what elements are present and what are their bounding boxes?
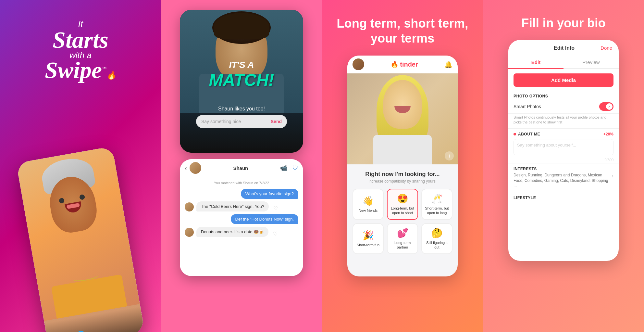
sender-avatar [185, 202, 194, 211]
phone-mockup-1: Nia 23 ✓ [16, 146, 145, 332]
table-row: Donuts and beer. It's a date 🍩🍺 ♡ [185, 227, 298, 237]
short-term-fun-emoji: 🎉 [363, 230, 374, 241]
its-a-text: IT'S A [196, 60, 287, 70]
interests-label: INTERESTS [514, 167, 613, 171]
option-long-term-short[interactable]: 😍 Long-term, but open to short [387, 189, 418, 220]
profile-photo-area: RED CAFE i [347, 73, 458, 164]
bell-icon[interactable]: 🔔 [444, 60, 452, 68]
done-button[interactable]: Done [601, 45, 612, 51]
short-term-fun-label: Short-term fun [357, 243, 379, 247]
smart-photos-description: Smart Photos continuously tests all your… [508, 114, 619, 129]
logo-swipe: Swipe™🔥 [45, 60, 116, 81]
logo-starts: Starts [45, 30, 116, 51]
match-placeholder: Say something nice [201, 119, 241, 124]
toggle-knob: ✓ [606, 103, 613, 110]
chat-avatar [190, 162, 201, 174]
interests-row[interactable]: INTERESTS Design, Running, Dungeons and … [508, 163, 619, 192]
about-me-dot [514, 133, 516, 135]
long-term-partner-emoji: 💕 [397, 228, 408, 238]
person-image [16, 146, 140, 321]
message-bubble-left: The "Cold Beers Here" sign. You? [196, 201, 269, 211]
table-row: The "Cold Beers Here" sign. You? ♡ [185, 201, 298, 211]
edit-preview-tabs: Edit Preview [508, 56, 619, 69]
tab-preview[interactable]: Preview [564, 56, 619, 68]
figuring-out-emoji: 🤔 [431, 228, 443, 238]
shield-icon[interactable]: 🛡 [292, 165, 298, 172]
long-term-partner-label: Long-term partner [390, 240, 415, 250]
panel-1: It Starts with a Swipe™🔥 [0, 0, 161, 332]
edit-info-title: Edit Info [528, 45, 601, 51]
interests-text: Design, Running, Dungeons and Dragons, M… [514, 172, 609, 189]
panel3-phone: 🔥 tinder 🔔 RED CAFE [347, 56, 458, 276]
smart-photos-row: Smart Photos ✓ [508, 100, 619, 114]
match-subtext: Shaun likes you too! [196, 106, 287, 112]
message-bubble-right: Def the "Hot Donuts Now" sign. [231, 214, 298, 224]
heart-icon-2[interactable]: ♡ [273, 231, 278, 237]
tab-edit[interactable]: Edit [508, 56, 564, 69]
figuring-out-label: Still figuring it out [425, 240, 449, 250]
lifestyle-label: LIFESTYLE [514, 196, 613, 200]
verified-icon: ✓ [77, 330, 86, 332]
tinder-header: 🔥 tinder 🔔 [347, 56, 458, 73]
chat-header: ‹ Shaun 📹 🛡 [180, 159, 303, 177]
options-grid: 👋 New friends 😍 Long-term, but open to s… [353, 189, 452, 254]
short-term-long-emoji: 🥂 [431, 193, 443, 204]
smart-photos-label: Smart Photos [514, 104, 599, 109]
panel-4: Fill in your bio Edit Info Done Edit Pre… [483, 0, 644, 332]
match-text-overlay: IT'S A MATCH! Shaun likes you too! Say s… [196, 60, 287, 128]
option-new-friends[interactable]: 👋 New friends [353, 189, 384, 220]
smart-photos-toggle[interactable]: ✓ [599, 102, 613, 111]
option-figuring-out[interactable]: 🤔 Still figuring it out [421, 223, 452, 254]
message-bubble-right: What's your favorite sign? [241, 189, 298, 199]
panel4-headline: Fill in your bio [521, 16, 606, 30]
about-me-label: ABOUT ME [518, 132, 603, 136]
about-me-header: ABOUT ME +20% [508, 129, 619, 138]
chat-name: Shaun [204, 165, 278, 171]
info-icon[interactable]: i [445, 151, 454, 160]
panel-3: Long term, short term,your terms 🔥 tinde… [322, 0, 483, 332]
sender-avatar-2 [185, 228, 194, 237]
about-me-percent: +20% [603, 132, 613, 136]
chat-timestamp: You matched with Shaun on 7/2/22 [185, 181, 298, 185]
back-button[interactable]: ‹ [185, 164, 187, 172]
panel4-phone: Edit Info Done Edit Preview Add Media PH… [508, 40, 619, 261]
match-phone: IT'S A MATCH! Shaun likes you too! Say s… [180, 10, 303, 153]
heart-icon[interactable]: ♡ [273, 205, 278, 211]
long-term-short-label: Long-term, but open to short [390, 206, 415, 215]
match-background: IT'S A MATCH! Shaun likes you too! Say s… [180, 10, 303, 153]
profile-photo: Nia 23 ✓ [16, 146, 145, 332]
looking-for-title: Right now I'm looking for... [353, 171, 452, 178]
long-term-short-emoji: 😍 [397, 193, 408, 204]
table-row: Def the "Hot Donuts Now" sign. [185, 214, 298, 224]
message-bubble-left-date: Donuts and beer. It's a date 🍩🍺 [196, 227, 268, 237]
match-message-input[interactable]: Say something nice Send [196, 115, 287, 128]
option-long-term-partner[interactable]: 💕 Long-term partner [387, 223, 418, 254]
option-short-term-long[interactable]: 🥂 Short-term, but open to long [421, 189, 452, 220]
option-short-term-fun[interactable]: 🎉 Short-term fun [353, 223, 384, 254]
photo-options-label: PHOTO OPTIONS [508, 91, 619, 100]
looking-for-subtitle: Increase compatibility by sharing yours! [353, 179, 452, 184]
lifestyle-row: LIFESTYLE [508, 192, 619, 203]
about-me-input[interactable]: Say something about yourself... [514, 139, 613, 155]
chat-messages: You matched with Shaun on 7/2/22 What's … [180, 177, 303, 241]
tinder-logo: 🔥 tinder [390, 60, 418, 68]
edit-info-header: Edit Info Done [508, 40, 619, 56]
add-media-button[interactable]: Add Media [514, 73, 613, 87]
table-row: What's your favorite sign? [185, 189, 298, 199]
video-icon[interactable]: 📹 [280, 164, 287, 172]
tinder-user-avatar [353, 58, 364, 70]
new-friends-label: New friends [359, 208, 378, 213]
panel3-headline: Long term, short term,your terms [337, 16, 468, 46]
short-term-long-label: Short-term, but open to long [425, 206, 449, 215]
chat-phone: ‹ Shaun 📹 🛡 You matched with Shaun on 7/… [180, 159, 303, 276]
panel-2: IT'S A MATCH! Shaun likes you too! Say s… [161, 0, 322, 332]
send-button[interactable]: Send [271, 119, 282, 124]
char-count: 0/300 [508, 157, 619, 163]
match-word: MATCH! [196, 70, 287, 90]
profile-photo-image: RED CAFE [347, 73, 458, 164]
looking-for-section: Right now I'm looking for... Increase co… [347, 164, 458, 261]
logo-block: It Starts with a Swipe™🔥 [45, 19, 116, 81]
flame-icon: 🔥 [390, 60, 399, 68]
interests-arrow-icon: › [612, 172, 613, 179]
new-friends-emoji: 👋 [363, 196, 374, 206]
